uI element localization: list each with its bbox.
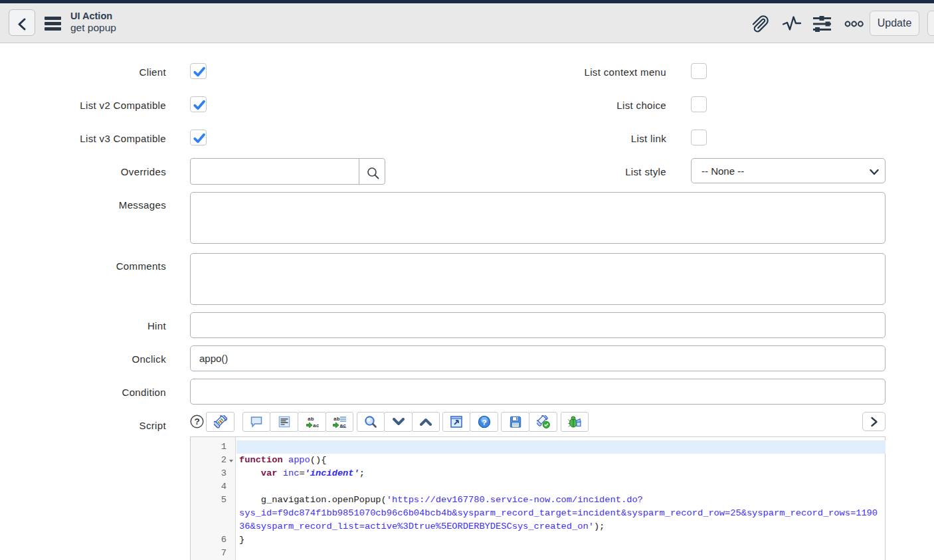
- svg-text:ac: ac: [340, 422, 347, 428]
- svg-text:?: ?: [482, 419, 486, 426]
- svg-text:ab: ab: [333, 416, 340, 422]
- svg-text:?: ?: [194, 417, 199, 426]
- svg-text:ab: ab: [308, 416, 314, 422]
- svg-text:ac: ac: [313, 422, 319, 428]
